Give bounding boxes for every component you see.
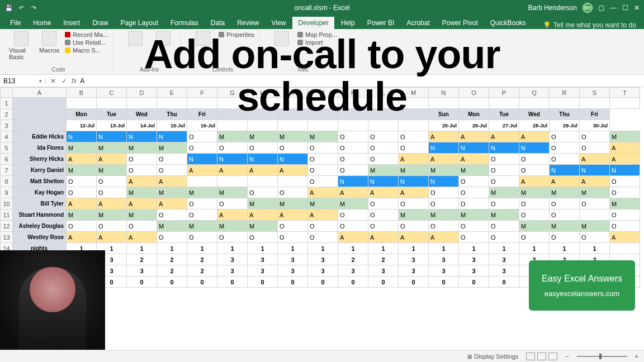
use-relative-button[interactable]: Use Relati... <box>65 39 108 46</box>
import-button[interactable]: Import <box>297 39 337 46</box>
lightbulb-icon: 💡 <box>543 21 551 29</box>
table-row: 13Westley RoseAAAOOOOOOAAAAOOOOOA <box>1 232 640 243</box>
tab-page-layout[interactable]: Page Layout <box>115 17 163 29</box>
status-bar: 🖥 Display Settings − + <box>0 350 644 362</box>
maximize-icon[interactable]: ☐ <box>622 4 628 12</box>
tab-view[interactable]: View <box>266 17 292 29</box>
tab-formulas[interactable]: Formulas <box>165 17 204 29</box>
fx-icon[interactable]: fx <box>72 77 77 85</box>
brand-badge: Easy Excel Answers easyexcelanswers.com <box>529 260 635 311</box>
formula-bar: B13▾ ✕ ✓ fx A <box>0 75 644 87</box>
tab-insert[interactable]: Insert <box>58 17 86 29</box>
tab-acrobat[interactable]: Acrobat <box>401 17 435 29</box>
tab-data[interactable]: Data <box>205 17 230 29</box>
enter-formula-icon[interactable]: ✓ <box>60 77 68 85</box>
presenter-photo <box>0 250 105 356</box>
table-row: 12Asheley DouglasOOOMMMMOOOOOOOOMMMO <box>1 221 640 232</box>
table-row: 9Kay HoganOOMMMMOOAAAAOOMMMMO <box>1 187 640 198</box>
title-bar: 💾 ↶ ↷ oncall.xlsm - Excel Barb Henderson… <box>0 0 644 16</box>
tab-power-pivot[interactable]: Power Pivot <box>437 17 484 29</box>
user-avatar[interactable]: BH <box>583 3 593 13</box>
tab-draw[interactable]: Draw <box>87 17 113 29</box>
zoom-in-button[interactable]: + <box>635 353 638 360</box>
zoom-slider[interactable] <box>577 356 627 357</box>
com-addins-button[interactable] <box>151 31 176 46</box>
tab-power-bi[interactable]: Power BI <box>362 17 400 29</box>
close-icon[interactable]: ✕ <box>634 4 640 12</box>
table-row: 7Kerry DanielMMOOAAAAOOMMMMOONNN <box>1 165 640 176</box>
tab-help[interactable]: Help <box>335 17 361 29</box>
ribbon-tabs: FileHomeInsertDrawPage LayoutFormulasDat… <box>0 16 644 29</box>
map-properties-button[interactable]: Map Prop... <box>297 31 337 38</box>
tab-review[interactable]: Review <box>231 17 264 29</box>
tell-me-search[interactable]: 💡 Tell me what you want to do <box>543 21 636 29</box>
table-row: 4Eddie HicksNNNNOMMMMOOOAAAAOOM <box>1 131 640 142</box>
window-title: oncall.xlsm - Excel <box>294 4 349 12</box>
table-row: 11Stuart HammondMMMOOAAAAOOMMMMOOO <box>1 209 640 221</box>
tab-home[interactable]: Home <box>27 17 56 29</box>
view-switcher[interactable] <box>526 353 557 360</box>
addins-button[interactable] <box>123 31 148 46</box>
visual-basic-button[interactable]: Visual Basic <box>9 31 34 60</box>
redo-icon[interactable]: ↷ <box>29 3 38 12</box>
macros-button[interactable]: Macros <box>37 31 61 54</box>
undo-icon[interactable]: ↶ <box>17 3 26 12</box>
formula-input[interactable]: A <box>80 77 84 85</box>
zoom-out-button[interactable]: − <box>565 353 569 360</box>
column-headers: ABCDEFGHIJKLMNOPQRST <box>1 88 640 98</box>
ribbon-group-addins: Add-ins <box>119 31 181 73</box>
macro-security-button[interactable]: Macro S... <box>65 47 108 54</box>
insert-control-button[interactable] <box>191 31 215 46</box>
source-button[interactable] <box>269 31 294 46</box>
tab-developer[interactable]: Developer <box>292 17 334 29</box>
tab-quickbooks[interactable]: QuickBooks <box>485 17 532 29</box>
cancel-formula-icon[interactable]: ✕ <box>49 77 57 85</box>
save-icon[interactable]: 💾 <box>4 3 13 12</box>
tab-file[interactable]: File <box>4 17 26 29</box>
minimize-icon[interactable]: — <box>610 4 617 12</box>
table-row: 5Ida FloresMMMMOOOOOOOONNNNOOA <box>1 142 640 154</box>
name-box[interactable]: B13▾ <box>0 77 46 85</box>
user-name: Barb Henderson <box>528 4 577 12</box>
ribbon-group-controls: Properties Controls <box>186 31 259 73</box>
table-row: 8Matt SheltonOOAAONNNNOOAAAO <box>1 176 640 187</box>
ribbon-group-xml: Map Prop... Import XML <box>265 31 342 73</box>
ribbon: Visual Basic Macros Record Ma... Use Rel… <box>0 29 644 75</box>
ribbon-group-code: Visual Basic Macros Record Ma... Use Rel… <box>4 31 113 73</box>
table-row: 10Bill TylerAAAAOOMMMMOOOOOOOOM <box>1 198 640 209</box>
display-settings-button[interactable]: 🖥 Display Settings <box>466 353 518 360</box>
properties-button[interactable]: Properties <box>219 31 254 38</box>
ribbon-options-icon[interactable]: ▢ <box>598 4 604 12</box>
table-row: 6Sherry HicksAAOONNNNOOOAAAOOOAA <box>1 154 640 165</box>
record-macro-button[interactable]: Record Ma... <box>65 31 108 38</box>
